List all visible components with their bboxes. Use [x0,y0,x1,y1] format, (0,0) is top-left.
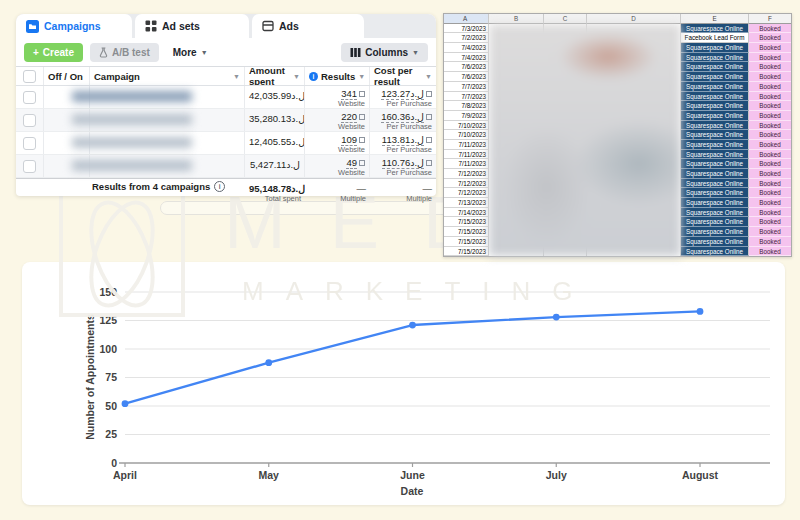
sort-caret-icon[interactable]: ▼ [293,73,300,80]
booking-date-cell[interactable]: 7/3/2023 [444,24,489,34]
column-header-D[interactable]: D [587,14,681,24]
campaign-row[interactable]: 35,280.13ل.د220Website purchases160.36ل.… [16,109,436,132]
lead-source-cell[interactable]: Squarespace Online [681,82,749,92]
booking-date-cell[interactable]: 7/10/2023 [444,130,489,140]
booking-date-cell[interactable]: 7/11/2023 [444,140,489,150]
column-header-E[interactable]: E [681,14,749,24]
open-report-icon[interactable] [426,160,432,166]
booking-date-cell[interactable]: 7/11/2023 [444,150,489,160]
booking-date-cell[interactable]: 7/6/2023 [444,72,489,82]
tab-campaigns[interactable]: Campaigns [16,14,132,38]
booking-date-cell[interactable]: 7/12/2023 [444,169,489,179]
booking-status-cell[interactable]: Booked [749,101,791,111]
booking-status-cell[interactable]: Booked [749,62,791,72]
booking-status-cell[interactable]: Booked [749,72,791,82]
booking-status-cell[interactable]: Booked [749,237,791,247]
lead-source-cell[interactable]: Squarespace Online [681,179,749,189]
sort-caret-icon[interactable]: ▼ [358,73,365,80]
row-checkbox[interactable] [23,137,36,150]
lead-source-cell[interactable]: Squarespace Online [681,217,749,227]
campaign-row[interactable]: 12,405.55ل.د109Website purchases113.81ل.… [16,132,436,155]
lead-source-cell[interactable]: Squarespace Online [681,169,749,179]
booking-status-cell[interactable]: Booked [749,111,791,121]
booking-status-cell[interactable]: Booked [749,82,791,92]
booking-date-cell[interactable]: 7/7/2023 [444,82,489,92]
sort-caret-icon[interactable]: ▼ [425,73,432,80]
column-header-F[interactable]: F [749,14,791,24]
column-header-A[interactable]: A [444,14,489,24]
booking-status-cell[interactable]: Booked [749,169,791,179]
cost-cell[interactable]: 110.76ل.د [374,157,432,168]
booking-status-cell[interactable]: Booked [749,159,791,169]
lead-source-cell[interactable]: Squarespace Online [681,150,749,160]
lead-source-cell[interactable]: Squarespace Online [681,188,749,198]
row-checkbox[interactable] [23,114,36,127]
booking-status-cell[interactable]: Booked [749,188,791,198]
select-all-checkbox[interactable] [23,70,36,83]
open-report-icon[interactable] [426,114,432,120]
lead-source-cell[interactable]: Squarespace Online [681,111,749,121]
lead-source-cell[interactable]: Squarespace Online [681,62,749,72]
booking-status-cell[interactable]: Booked [749,24,791,34]
booking-status-cell[interactable]: Booked [749,208,791,218]
booking-status-cell[interactable]: Booked [749,198,791,208]
booking-date-cell[interactable]: 7/15/2023 [444,217,489,227]
tab-ad-sets[interactable]: Ad sets [135,14,249,38]
booking-date-cell[interactable]: 7/4/2023 [444,53,489,63]
more-button[interactable]: More ▼ [169,43,212,62]
lead-source-cell[interactable]: Squarespace Online [681,101,749,111]
lead-source-cell[interactable]: Squarespace Online [681,247,749,257]
booking-status-cell[interactable]: Booked [749,140,791,150]
lead-source-cell[interactable]: Squarespace Online [681,140,749,150]
booking-status-cell[interactable]: Booked [749,227,791,237]
campaign-row[interactable]: 5,427.11ل.د49Website purchases110.76ل.دP… [16,155,436,178]
results-cell[interactable]: 49 [309,157,365,168]
lead-source-cell[interactable]: Facebook Lead Form [681,33,749,43]
booking-status-cell[interactable]: Booked [749,150,791,160]
campaign-row[interactable]: 42,035.99ل.د341Website purchases123.27ل.… [16,86,436,109]
column-header-C[interactable]: C [544,14,587,24]
lead-source-cell[interactable]: Squarespace Online [681,43,749,53]
booking-status-cell[interactable]: Booked [749,121,791,131]
booking-status-cell[interactable]: Booked [749,179,791,189]
booking-date-cell[interactable]: 7/15/2023 [444,247,489,257]
booking-status-cell[interactable]: Booked [749,33,791,43]
booking-date-cell[interactable]: 7/6/2023 [444,62,489,72]
open-report-icon[interactable] [359,160,365,166]
lead-source-cell[interactable]: Squarespace Online [681,159,749,169]
open-report-icon[interactable] [359,137,365,143]
booking-status-cell[interactable]: Booked [749,53,791,63]
booking-date-cell[interactable]: 7/13/2023 [444,198,489,208]
open-report-icon[interactable] [359,91,365,97]
sort-caret-icon[interactable]: ▼ [233,73,240,80]
cost-cell[interactable]: 160.36ل.د [374,111,432,122]
row-checkbox[interactable] [23,160,36,173]
open-report-icon[interactable] [426,91,432,97]
tab-ads[interactable]: Ads [252,14,364,38]
open-report-icon[interactable] [426,137,432,143]
cost-cell[interactable]: 113.81ل.د [374,134,432,145]
booking-date-cell[interactable]: 7/11/2023 [444,159,489,169]
open-report-icon[interactable] [359,114,365,120]
cost-cell[interactable]: 123.27ل.د [374,88,432,99]
lead-source-cell[interactable]: Squarespace Online [681,198,749,208]
create-button[interactable]: + Create [24,43,83,62]
lead-source-cell[interactable]: Squarespace Online [681,237,749,247]
column-header-B[interactable]: B [489,14,544,24]
booking-date-cell[interactable]: 7/7/2023 [444,92,489,102]
row-checkbox[interactable] [23,91,36,104]
info-icon[interactable]: i [214,181,225,192]
booking-date-cell[interactable]: 7/9/2023 [444,111,489,121]
booking-status-cell[interactable]: Booked [749,92,791,102]
booking-status-cell[interactable]: Booked [749,43,791,53]
lead-source-cell[interactable]: Squarespace Online [681,92,749,102]
booking-date-cell[interactable]: 7/2/2023 [444,33,489,43]
lead-source-cell[interactable]: Squarespace Online [681,121,749,131]
lead-source-cell[interactable]: Squarespace Online [681,227,749,237]
results-cell[interactable]: 341 [309,88,365,99]
lead-source-cell[interactable]: Squarespace Online [681,53,749,63]
booking-status-cell[interactable]: Booked [749,247,791,257]
booking-status-cell[interactable]: Booked [749,130,791,140]
booking-date-cell[interactable]: 7/8/2023 [444,101,489,111]
booking-status-cell[interactable]: Booked [749,217,791,227]
